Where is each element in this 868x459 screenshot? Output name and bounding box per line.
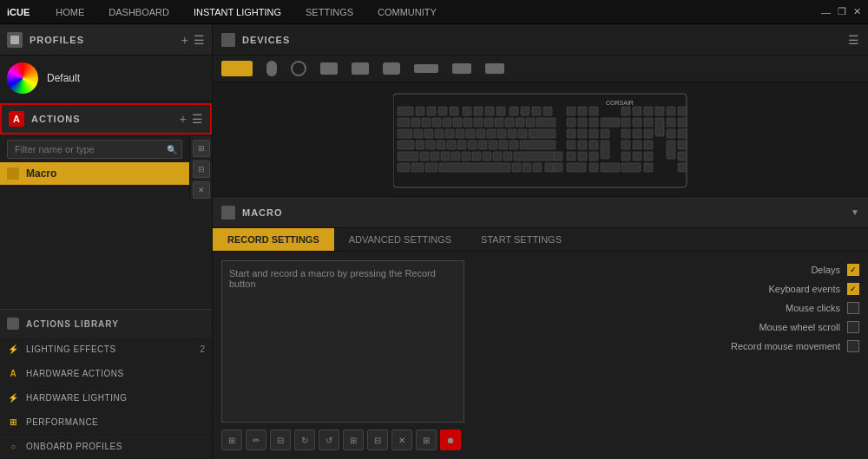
nav-community[interactable]: COMMUNITY bbox=[365, 0, 449, 24]
svg-rect-117 bbox=[667, 141, 675, 159]
lib-item-performance[interactable]: ⊞ PERFORMANCE bbox=[0, 410, 212, 435]
svg-rect-123 bbox=[621, 163, 641, 172]
svg-rect-74 bbox=[578, 107, 587, 115]
svg-rect-24 bbox=[484, 118, 493, 127]
option-mouse-wheel: Mouse wheel scroll bbox=[482, 321, 859, 333]
option-record-mouse-checkbox[interactable] bbox=[847, 340, 859, 352]
svg-rect-22 bbox=[464, 118, 472, 127]
actions-menu-button[interactable]: ☰ bbox=[192, 112, 203, 126]
device-hub-icon[interactable] bbox=[485, 63, 504, 74]
actions-title: ACTIONS bbox=[31, 114, 180, 124]
option-mouse-wheel-checkbox[interactable] bbox=[847, 321, 859, 333]
option-keyboard-events: Keyboard events bbox=[482, 283, 859, 295]
minimize-button[interactable]: — bbox=[821, 7, 831, 17]
ctrl-btn-clear[interactable]: ✕ bbox=[391, 429, 412, 450]
option-mouse-clicks-label: Mouse clicks bbox=[786, 303, 840, 313]
performance-icon: ⊞ bbox=[7, 416, 19, 429]
svg-rect-36 bbox=[466, 129, 475, 138]
lib-item-onboard-profiles[interactable]: ○ ONBOARD PROFILES bbox=[0, 435, 212, 459]
add-action-button[interactable]: + bbox=[180, 112, 187, 126]
svg-rect-19 bbox=[432, 118, 441, 127]
keyboard-visualization: CORSAIR bbox=[393, 89, 688, 189]
svg-rect-46 bbox=[437, 141, 445, 149]
svg-rect-110 bbox=[633, 129, 641, 138]
tab-start-settings[interactable]: START SETTINGS bbox=[466, 228, 576, 251]
tab-record-settings[interactable]: RECORD SETTINGS bbox=[213, 228, 334, 251]
svg-rect-15 bbox=[543, 107, 552, 115]
option-mouse-clicks: Mouse clicks bbox=[482, 302, 859, 314]
record-area: Start and record a macro by pressing the… bbox=[221, 260, 464, 450]
ctrl-btn-redo[interactable]: ↻ bbox=[294, 429, 315, 450]
svg-rect-109 bbox=[621, 129, 630, 138]
svg-rect-28 bbox=[526, 118, 535, 127]
device-mouse-icon[interactable] bbox=[266, 61, 277, 76]
sidebar: PROFILES + ☰ Default A ACTIONS + ☰ bbox=[0, 24, 213, 459]
device-strip-icon[interactable] bbox=[414, 64, 438, 73]
option-delays-checkbox[interactable] bbox=[847, 264, 859, 276]
ctrl-btn-remove[interactable]: ⊟ bbox=[270, 429, 291, 450]
svg-rect-62 bbox=[483, 152, 491, 161]
device-headset-icon[interactable] bbox=[291, 61, 306, 76]
sidebar-spacer bbox=[0, 199, 212, 309]
lib-label-onboard: ONBOARD PROFILES bbox=[26, 442, 205, 451]
svg-rect-43 bbox=[398, 141, 414, 149]
ctrl-btn-del[interactable]: ⊟ bbox=[367, 429, 388, 450]
lib-item-hardware-actions[interactable]: A HARDWARE ACTIONS bbox=[0, 362, 212, 386]
nav-home[interactable]: HOME bbox=[43, 0, 96, 24]
sidebar-icon-1[interactable]: ⊞ bbox=[193, 140, 210, 157]
device-usb-icon[interactable] bbox=[320, 62, 338, 75]
nav-dashboard[interactable]: DASHBOARD bbox=[96, 0, 181, 24]
nav-instant-lighting[interactable]: INSTANT LIGHTING bbox=[181, 0, 293, 24]
add-profile-button[interactable]: + bbox=[181, 33, 188, 47]
record-text-display: Start and record a macro by pressing the… bbox=[221, 260, 464, 423]
svg-rect-30 bbox=[398, 129, 412, 138]
svg-rect-81 bbox=[578, 129, 587, 138]
profiles-controls: + ☰ bbox=[181, 33, 205, 47]
svg-rect-115 bbox=[633, 141, 641, 149]
ctrl-btn-add[interactable]: ⊞ bbox=[343, 429, 364, 450]
filter-input[interactable] bbox=[7, 140, 182, 159]
svg-rect-87 bbox=[601, 141, 609, 159]
main-nav: HOME DASHBOARD INSTANT LIGHTING SETTINGS… bbox=[43, 0, 821, 24]
device-keyboard-icon[interactable] bbox=[221, 61, 253, 76]
option-delays-label: Delays bbox=[811, 265, 840, 275]
option-keyboard-checkbox[interactable] bbox=[847, 283, 859, 295]
macro-dropdown-button[interactable]: ▼ bbox=[851, 207, 859, 217]
devices-menu-icon[interactable]: ☰ bbox=[848, 33, 859, 47]
svg-rect-5 bbox=[427, 107, 436, 115]
sidebar-with-icons: 🔍 Macro ⊞ ⊟ ✕ bbox=[0, 136, 212, 199]
svg-rect-32 bbox=[424, 129, 433, 138]
lib-item-lighting-effects[interactable]: ⚡ LIGHTING EFFECTS 2 bbox=[0, 338, 212, 362]
svg-rect-113 bbox=[678, 129, 687, 138]
svg-rect-71 bbox=[523, 163, 531, 172]
device-controller-icon[interactable] bbox=[352, 62, 369, 75]
option-mouse-clicks-checkbox[interactable] bbox=[847, 302, 859, 314]
maximize-button[interactable]: ❐ bbox=[838, 6, 846, 17]
tab-advanced-settings[interactable]: ADVANCED SETTINGS bbox=[334, 228, 466, 251]
devices-header: DEVICES ☰ bbox=[213, 24, 868, 56]
profiles-icon bbox=[7, 32, 23, 48]
svg-rect-121 bbox=[644, 152, 653, 161]
ctrl-btn-undo[interactable]: ↺ bbox=[319, 429, 339, 450]
device-cam-icon[interactable] bbox=[383, 62, 400, 75]
macro-panel-title: MACRO bbox=[242, 207, 851, 218]
ctrl-btn-1[interactable]: ⊞ bbox=[221, 429, 242, 450]
lib-label-performance: PERFORMANCE bbox=[26, 417, 205, 427]
macro-list-item[interactable]: Macro bbox=[0, 162, 189, 185]
svg-rect-58 bbox=[441, 152, 450, 161]
lib-item-hardware-lighting[interactable]: ⚡ HARDWARE LIGHTING bbox=[0, 386, 212, 410]
nav-settings[interactable]: SETTINGS bbox=[293, 0, 365, 24]
ctrl-btn-edit[interactable]: ✏ bbox=[246, 429, 266, 450]
svg-rect-20 bbox=[443, 118, 451, 127]
sidebar-icon-3[interactable]: ✕ bbox=[193, 181, 210, 199]
profiles-menu-button[interactable]: ☰ bbox=[194, 33, 205, 47]
profile-default[interactable]: Default bbox=[0, 56, 212, 102]
ctrl-btn-copy[interactable]: ⊞ bbox=[416, 429, 437, 450]
svg-rect-104 bbox=[633, 118, 641, 127]
svg-rect-116 bbox=[644, 141, 653, 149]
sidebar-icon-2[interactable]: ⊟ bbox=[193, 161, 210, 178]
close-button[interactable]: ✕ bbox=[853, 6, 861, 17]
device-fan-icon[interactable] bbox=[452, 63, 471, 74]
svg-rect-112 bbox=[667, 129, 675, 138]
ctrl-btn-record[interactable]: ⏺ bbox=[440, 429, 461, 450]
